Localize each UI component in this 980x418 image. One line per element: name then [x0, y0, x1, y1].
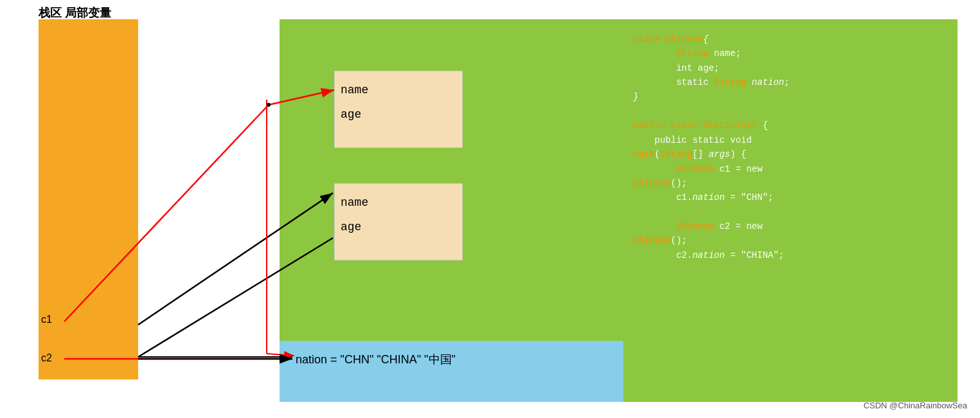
code-line-3: int age; — [633, 61, 948, 75]
code-line-7: public class StaticTest { — [633, 118, 948, 132]
stack-label: 栈区 局部变量 — [39, 5, 111, 21]
obj1-name: name — [341, 84, 368, 96]
code-line-12: c1.nation = "CHN"; — [633, 190, 948, 204]
code-line-14: Chinese c2 = new — [633, 219, 948, 233]
code-line-5: } — [633, 90, 948, 104]
code-line-6 — [633, 104, 948, 118]
code-block: class Chinese{ String name; int age; sta… — [633, 32, 948, 262]
method-area — [280, 341, 662, 402]
dot — [267, 103, 271, 107]
c2-label: c2 — [41, 352, 52, 364]
code-line-1: class Chinese{ — [633, 32, 948, 46]
code-line-9: main(String[] args) { — [633, 147, 948, 161]
stack-area — [39, 19, 138, 379]
obj2-age: age — [341, 221, 361, 233]
code-line-13 — [633, 205, 948, 219]
code-line-2: String name; — [633, 46, 948, 60]
main-container: 栈区 局部变量 c1 c2 堆区 new 的对象，数组 name age nam… — [0, 0, 980, 418]
code-line-8: public static void — [633, 133, 948, 147]
code-line-4: static String nation; — [633, 75, 948, 89]
obj1-age: age — [341, 108, 361, 121]
c1-label: c1 — [41, 314, 52, 325]
obj2-name: name — [341, 196, 368, 209]
code-line-10: Chinese c1 = new — [633, 162, 948, 176]
code-line-15: Chinese(); — [633, 233, 948, 248]
nation-text: nation = "CHN" "CHINA" "中国" — [296, 352, 456, 367]
watermark: CSDN @ChinaRainbowSea — [864, 401, 967, 410]
code-line-16: c2.nation = "CHINA"; — [633, 248, 948, 262]
code-line-11: Chinese(); — [633, 176, 948, 190]
